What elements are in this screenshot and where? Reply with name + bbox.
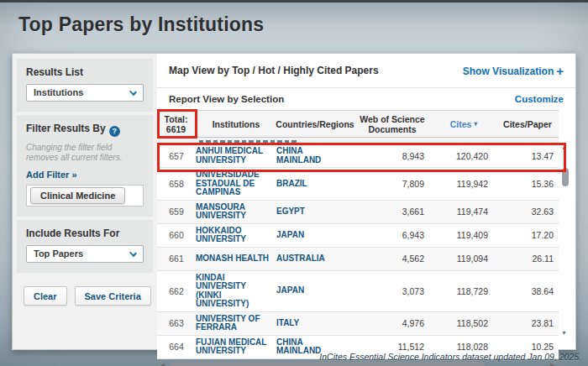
table-row[interactable]: 662 KINDAI UNIVERSITY (KINKI UNIVERSITY)… (157, 271, 559, 312)
institution-link[interactable]: MANSOURA UNIVERSITY (196, 201, 276, 223)
rank-cell: 661 (157, 251, 196, 266)
include-results-section: Include Results For Top Papers (17, 220, 153, 273)
column-header-documents[interactable]: Web of Science Documents (354, 114, 431, 134)
column-header-countries[interactable]: Countries/Regions (276, 119, 354, 129)
cites-per-paper-cell: 23.81 (496, 316, 559, 331)
show-visualization-button[interactable]: Show Visualization+ (463, 64, 564, 78)
clipped-text-fragment (199, 140, 298, 143)
institution-link[interactable]: KINDAI UNIVERSITY (KINKI UNIVERSITY) (196, 271, 276, 311)
country-link[interactable]: ITALY (276, 316, 354, 331)
results-list-label: Results List (26, 66, 144, 78)
clear-button[interactable]: Clear (24, 286, 67, 306)
window-top-edge (0, 0, 588, 3)
results-list-value: Institutions (34, 87, 83, 97)
institution-link[interactable]: FUJIAN MEDICAL UNIVERSITY (196, 336, 276, 358)
table-row[interactable]: 659 MANSOURA UNIVERSITY EGYPT 3,661 119,… (157, 201, 559, 224)
results-list-dropdown[interactable]: Institutions (26, 84, 144, 102)
results-list-section: Results List Institutions (17, 59, 153, 112)
partially-scrolled-row (157, 138, 559, 144)
filter-section: Filter Results By? Changing the filter f… (17, 115, 153, 217)
filter-chip-clinical-medicine[interactable]: Clinical Medicine (30, 187, 125, 204)
rank-cell: 658 (157, 176, 196, 191)
save-criteria-button[interactable]: Save Criteria (75, 286, 151, 306)
page-title: Top Papers by Institutions (18, 13, 264, 36)
documents-cell: 3,661 (354, 204, 431, 219)
rank-cell: 657 (157, 149, 196, 164)
sort-desc-icon: ▾ (474, 119, 477, 129)
main-content: Map View by Top / Hot / Highly Cited Pap… (157, 54, 575, 349)
filter-input[interactable]: Clinical Medicine (26, 185, 144, 207)
scroll-right-icon[interactable]: ▶ (550, 362, 554, 366)
scroll-down-icon[interactable]: ▼ (561, 330, 567, 336)
horizontal-scrollbar-thumb[interactable] (171, 362, 485, 366)
cites-cell: 118,729 (431, 284, 496, 299)
results-table: Total: 6619 Institutions Countries/Regio… (157, 110, 559, 366)
cites-cell: 118,502 (431, 316, 496, 331)
map-view-bar: Map View by Top / Hot / Highly Cited Pap… (157, 54, 575, 87)
report-view-bar: Report View by Selection Customize (157, 87, 575, 110)
column-header-institutions[interactable]: Institutions (196, 119, 276, 129)
table-header: Total: 6619 Institutions Countries/Regio… (157, 110, 559, 138)
total-count: Total: 6619 (157, 111, 196, 137)
column-header-cites-per-paper[interactable]: Cites/Paper (496, 119, 559, 129)
cites-cell: 119,094 (431, 251, 496, 266)
documents-cell: 6,943 (354, 227, 431, 243)
cites-per-paper-cell: 38.64 (496, 284, 559, 299)
app-window: Top Papers by Institutions Results List … (0, 0, 588, 366)
cites-cell: 119,942 (431, 176, 496, 191)
rank-cell: 662 (157, 284, 196, 299)
cites-per-paper-cell: 26.11 (496, 251, 559, 266)
documents-cell: 7,809 (354, 176, 431, 191)
institution-link[interactable]: HOKKAIDO UNIVERSITY (196, 224, 276, 247)
vertical-scrollbar-thumb[interactable] (562, 168, 569, 186)
cites-per-paper-cell: 13.47 (496, 149, 559, 164)
country-link[interactable]: BRAZIL (276, 177, 354, 191)
plus-icon: + (556, 64, 564, 78)
rank-cell: 663 (157, 316, 196, 331)
institution-link[interactable]: UNIVERSITY OF FERRARA (196, 312, 276, 335)
help-icon[interactable]: ? (109, 126, 120, 137)
documents-cell: 8,943 (354, 149, 431, 164)
table-row[interactable]: 661 MONASH HEALTH AUSTRALIA 4,562 119,09… (157, 248, 559, 271)
table-row[interactable]: 660 HOKKAIDO UNIVERSITY JAPAN 6,943 119,… (157, 224, 559, 248)
vertical-scrollbar[interactable]: ▲ ▼ (560, 138, 570, 339)
scroll-up-icon[interactable]: ▲ (561, 144, 567, 150)
chevron-down-icon (129, 88, 137, 96)
include-results-label: Include Results For (26, 227, 144, 239)
table-row[interactable]: 657 ANHUI MEDICAL UNIVERSITY CHINA MAINL… (157, 144, 559, 168)
report-view-title: Report View by Selection (169, 94, 284, 104)
sidebar: Results List Institutions Filter Results… (13, 54, 157, 349)
add-filter-link[interactable]: Add Filter » (26, 170, 144, 180)
filter-label: Filter Results By? (26, 123, 144, 137)
country-link[interactable]: JAPAN (276, 228, 354, 243)
documents-cell: 4,562 (354, 251, 431, 266)
chevron-down-icon (129, 249, 137, 257)
country-link[interactable]: CHINA MAINLAND (276, 144, 354, 167)
table-row[interactable]: 663 UNIVERSITY OF FERRARA ITALY 4,976 11… (157, 312, 559, 336)
cites-per-paper-cell: 17.20 (496, 227, 559, 243)
scroll-left-icon[interactable]: ◀ (160, 362, 165, 366)
table-row[interactable]: 658 UNIVERSIDADE ESTADUAL DE CAMPINAS BR… (157, 168, 559, 201)
filter-note: Changing the filter field removes all cu… (26, 143, 144, 163)
cites-cell: 119,474 (431, 204, 496, 219)
country-link[interactable]: JAPAN (276, 284, 354, 298)
country-link[interactable]: EGYPT (276, 205, 354, 219)
column-header-cites[interactable]: Cites▾ (431, 119, 496, 129)
sidebar-buttons: Clear Save Criteria (13, 276, 157, 306)
country-link[interactable]: AUSTRALIA (276, 252, 354, 266)
cites-cell: 120,420 (431, 149, 496, 164)
institution-link[interactable]: ANHUI MEDICAL UNIVERSITY (196, 144, 276, 167)
rank-cell: 659 (157, 204, 196, 219)
customize-button[interactable]: Customize (515, 94, 564, 104)
table-body: 657 ANHUI MEDICAL UNIVERSITY CHINA MAINL… (157, 138, 559, 359)
documents-cell: 3,073 (354, 284, 431, 299)
content-panel: Results List Institutions Filter Results… (12, 53, 576, 350)
documents-cell: 4,976 (354, 316, 431, 331)
cites-cell: 119,409 (431, 227, 496, 243)
institution-link[interactable]: UNIVERSIDADE ESTADUAL DE CAMPINAS (196, 168, 276, 200)
include-results-dropdown[interactable]: Top Papers (26, 245, 144, 263)
cites-per-paper-cell: 32.63 (496, 204, 559, 219)
institution-link[interactable]: MONASH HEALTH (196, 252, 276, 266)
rank-cell: 664 (157, 339, 196, 354)
include-results-value: Top Papers (34, 248, 83, 259)
